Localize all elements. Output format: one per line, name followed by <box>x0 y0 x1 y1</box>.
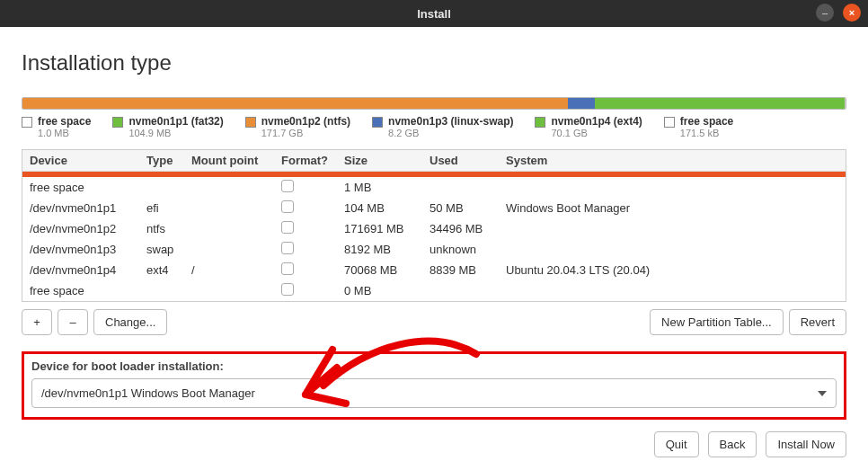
legend-swatch-icon <box>245 117 256 128</box>
cell-device: /dev/nvme0n1p1 <box>28 201 145 215</box>
legend-size: 8.2 GB <box>388 128 513 138</box>
cell-mount: / <box>190 263 279 277</box>
legend-item: free space171.5 kB <box>664 115 733 138</box>
cell-device: /dev/nvme0n1p2 <box>28 222 145 235</box>
cell-used: 34496 MB <box>428 222 504 235</box>
cell-used: 50 MB <box>428 201 504 215</box>
install-now-button[interactable]: Install Now <box>766 431 846 457</box>
chevron-down-icon <box>818 391 827 396</box>
table-row[interactable]: free space0 MB <box>22 280 846 301</box>
legend-swatch-icon <box>372 117 383 128</box>
cell-device: /dev/nvme0n1p3 <box>28 243 145 256</box>
boot-loader-select[interactable]: /dev/nvme0n1p1 Windows Boot Manager <box>31 378 837 408</box>
table-row[interactable]: /dev/nvme0n1p2ntfs171691 MB34496 MB <box>22 218 846 239</box>
legend-size: 171.7 GB <box>261 128 350 138</box>
quit-button[interactable]: Quit <box>654 431 699 457</box>
remove-partition-button[interactable]: – <box>58 309 88 335</box>
change-partition-button[interactable]: Change... <box>93 309 167 335</box>
cell-used: 8839 MB <box>428 263 504 277</box>
partition-segment <box>568 98 594 109</box>
cell-format <box>279 200 342 216</box>
cell-size: 8192 MB <box>342 243 428 256</box>
legend-swatch-icon <box>112 117 123 128</box>
table-row[interactable]: /dev/nvme0n1p4ext4/70068 MB8839 MBUbuntu… <box>22 260 846 280</box>
legend-name: nvme0n1p4 (ext4) <box>551 115 642 128</box>
col-type[interactable]: Type <box>145 154 190 167</box>
close-button[interactable]: × <box>843 4 861 22</box>
partition-table: Device Type Mount point Format? Size Use… <box>22 149 846 302</box>
partition-segment <box>595 98 845 109</box>
legend-name: nvme0n1p1 (fat32) <box>128 115 223 128</box>
legend-swatch-icon <box>535 117 545 128</box>
legend-name: nvme0n1p2 (ntfs) <box>261 115 350 128</box>
legend-name: nvme0n1p3 (linux-swap) <box>388 115 513 128</box>
legend-name: free space <box>680 115 733 128</box>
legend-item: nvme0n1p1 (fat32)104.9 MB <box>112 115 223 138</box>
legend-item: nvme0n1p3 (linux-swap)8.2 GB <box>372 115 513 138</box>
legend-size: 104.9 MB <box>128 128 223 138</box>
window-titlebar: Install – × <box>0 0 868 27</box>
cell-size: 0 MB <box>342 284 428 297</box>
cell-format <box>279 262 342 278</box>
partition-segment <box>845 98 846 109</box>
format-checkbox[interactable] <box>281 283 294 296</box>
revert-button[interactable]: Revert <box>789 309 846 335</box>
cell-type: ext4 <box>145 263 190 277</box>
legend-size: 70.1 GB <box>551 128 642 138</box>
cell-type: efi <box>145 201 190 215</box>
cell-system: Windows Boot Manager <box>504 201 840 215</box>
col-system[interactable]: System <box>504 154 840 167</box>
table-row[interactable]: /dev/nvme0n1p1efi104 MB50 MBWindows Boot… <box>22 198 846 218</box>
cell-format <box>279 180 342 195</box>
cell-format <box>279 242 342 257</box>
cell-device: free space <box>28 181 145 194</box>
cell-system: Ubuntu 20.04.3 LTS (20.04) <box>504 263 840 277</box>
cell-size: 1 MB <box>342 181 428 194</box>
table-row[interactable]: /dev/nvme0n1p3swap8192 MBunknown <box>22 239 846 260</box>
legend-swatch-icon <box>22 117 32 128</box>
page-title: Installation type <box>22 50 846 75</box>
col-format[interactable]: Format? <box>279 154 342 167</box>
table-row[interactable]: free space1 MB <box>22 177 846 198</box>
new-partition-table-button[interactable]: New Partition Table... <box>650 309 784 335</box>
add-partition-button[interactable]: + <box>22 309 52 335</box>
cell-size: 171691 MB <box>342 222 428 235</box>
format-checkbox[interactable] <box>281 180 294 192</box>
format-checkbox[interactable] <box>281 200 294 213</box>
window-title: Install <box>417 7 451 21</box>
cell-size: 104 MB <box>342 201 428 215</box>
cell-device: /dev/nvme0n1p4 <box>28 263 145 277</box>
legend-item: nvme0n1p2 (ntfs)171.7 GB <box>245 115 350 138</box>
table-header: Device Type Mount point Format? Size Use… <box>22 150 846 172</box>
cell-size: 70068 MB <box>342 263 428 277</box>
partition-usage-bar <box>22 97 846 110</box>
col-size[interactable]: Size <box>342 154 428 167</box>
partition-legend: free space1.0 MBnvme0n1p1 (fat32)104.9 M… <box>22 115 846 138</box>
legend-item: nvme0n1p4 (ext4)70.1 GB <box>535 115 642 138</box>
legend-item: free space1.0 MB <box>22 115 91 138</box>
col-used[interactable]: Used <box>428 154 504 167</box>
legend-size: 171.5 kB <box>680 128 733 138</box>
back-button[interactable]: Back <box>708 431 757 457</box>
cell-type: ntfs <box>145 222 190 235</box>
boot-loader-label: Device for boot loader installation: <box>31 359 837 373</box>
cell-type: swap <box>145 243 190 256</box>
boot-loader-section: Device for boot loader installation: /de… <box>22 351 846 420</box>
boot-loader-value: /dev/nvme0n1p1 Windows Boot Manager <box>41 386 255 400</box>
legend-name: free space <box>38 115 91 128</box>
col-mount[interactable]: Mount point <box>190 154 279 167</box>
cell-format <box>279 283 342 298</box>
format-checkbox[interactable] <box>281 221 294 234</box>
legend-swatch-icon <box>664 117 675 128</box>
cell-device: free space <box>28 284 145 297</box>
format-checkbox[interactable] <box>281 242 294 254</box>
cell-format <box>279 221 342 236</box>
minimize-button[interactable]: – <box>816 4 834 22</box>
legend-size: 1.0 MB <box>38 128 91 138</box>
cell-used: unknown <box>428 243 504 256</box>
format-checkbox[interactable] <box>281 262 294 275</box>
col-device[interactable]: Device <box>28 154 145 167</box>
partition-segment <box>23 98 568 109</box>
